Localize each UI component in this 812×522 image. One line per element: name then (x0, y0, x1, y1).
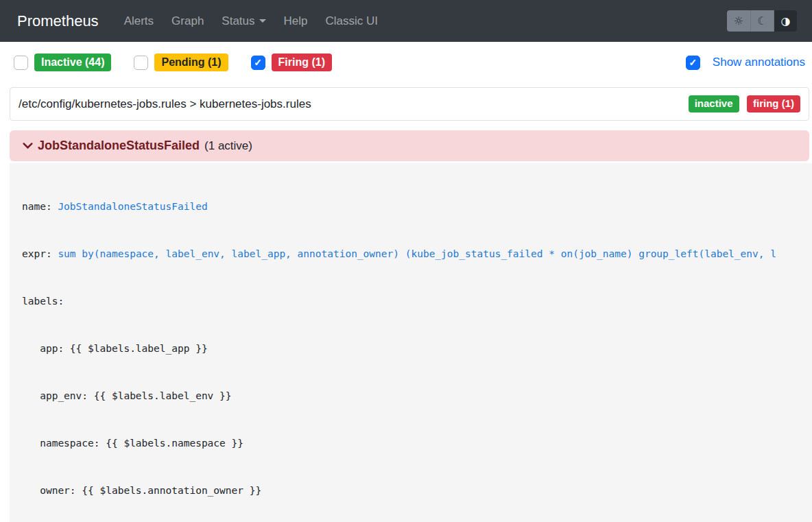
dropdown-caret-icon (259, 19, 266, 23)
light-theme-button[interactable]: ☼ (727, 10, 750, 32)
alert-state-filters: Inactive (44) Pending (1) ✓ Firing (1) ✓… (10, 54, 809, 71)
check-icon: ✓ (254, 58, 262, 67)
nav-item-help[interactable]: Help (278, 9, 314, 34)
rule-group-card: /etc/config/kubernetes-jobs.rules > kube… (10, 87, 809, 121)
navbar: Prometheus Alerts Graph Status Help Clas… (0, 0, 812, 42)
rule-group-path: /etc/config/kubernetes-jobs.rules > kube… (19, 97, 684, 111)
code-line: expr: sum by(namespace, label_env, label… (22, 246, 812, 262)
nav-item-classic-ui[interactable]: Classic UI (320, 9, 385, 34)
nav-links: Alerts Graph Status Help Classic UI (115, 9, 727, 34)
code-line: name: JobStandaloneStatusFailed (22, 199, 812, 215)
pending-badge[interactable]: Pending (1) (154, 54, 228, 71)
show-annotations-label: Show annotations (713, 56, 805, 69)
theme-toggle-group: ☼ ☾ ◑ (727, 10, 797, 32)
dark-theme-button[interactable]: ☾ (750, 10, 774, 32)
alert-rule-name: JobStandaloneStatusFailed (38, 139, 200, 153)
inactive-badge[interactable]: Inactive (44) (34, 54, 111, 71)
sun-icon: ☼ (734, 14, 743, 27)
moon-icon: ☾ (757, 14, 767, 27)
chevron-down-icon (22, 140, 34, 152)
alert-active-count: (1 active) (204, 139, 252, 153)
nav-item-alerts[interactable]: Alerts (118, 9, 160, 34)
firing-badge[interactable]: Firing (1) (272, 54, 332, 71)
half-circle-icon: ◑ (781, 14, 791, 27)
rule-group-badges: inactive firing (1) (684, 95, 800, 112)
code-line: namespace: {{ $labels.namespace }} (22, 436, 812, 451)
rule-definition-code: name: JobStandaloneStatusFailed expr: su… (10, 163, 812, 522)
alert-collapse-header[interactable]: JobStandaloneStatusFailed (1 active) (10, 130, 809, 161)
group-inactive-badge: inactive (689, 95, 739, 112)
filter-firing[interactable]: ✓ Firing (1) (251, 54, 332, 71)
firing-checkbox[interactable]: ✓ (251, 56, 265, 70)
code-line: owner: {{ $labels.annotation_owner }} (22, 483, 812, 499)
filter-inactive[interactable]: Inactive (44) (14, 54, 111, 71)
brand-link[interactable]: Prometheus (17, 12, 99, 30)
alerts-page: Inactive (44) Pending (1) ✓ Firing (1) ✓… (10, 54, 809, 522)
auto-theme-button[interactable]: ◑ (774, 10, 797, 32)
code-line: labels: (22, 294, 812, 309)
show-annotations-toggle[interactable]: ✓ Show annotations (686, 56, 805, 70)
pending-checkbox[interactable] (134, 56, 148, 70)
code-line: app: {{ $labels.label_app }} (22, 341, 812, 357)
filter-pending[interactable]: Pending (1) (134, 54, 228, 71)
check-icon: ✓ (689, 58, 697, 67)
group-firing-badge: firing (1) (747, 95, 800, 112)
show-annotations-checkbox[interactable]: ✓ (686, 56, 700, 70)
nav-item-status[interactable]: Status (215, 9, 272, 34)
inactive-checkbox[interactable] (14, 56, 28, 70)
code-line: app_env: {{ $labels.label_env }} (22, 388, 812, 404)
nav-item-graph[interactable]: Graph (165, 9, 210, 34)
